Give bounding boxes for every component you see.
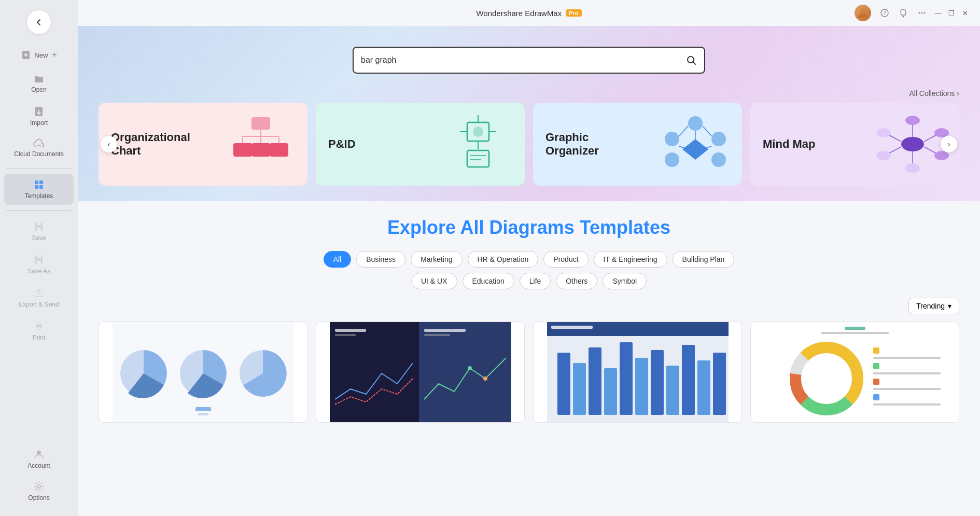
template-thumb-line-graph[interactable] <box>316 322 525 423</box>
filter-ui-ux[interactable]: UI & UX <box>411 273 457 289</box>
sidebar-item-print[interactable]: Print <box>4 315 74 346</box>
svg-rect-7 <box>37 222 41 225</box>
svg-rect-72 <box>335 329 366 332</box>
close-button[interactable]: ✕ <box>960 8 970 18</box>
svg-rect-75 <box>424 334 450 336</box>
carousel-next-button[interactable]: › <box>941 136 957 152</box>
trending-label: Trending <box>916 302 945 310</box>
filter-building-plan[interactable]: Building Plan <box>673 251 735 268</box>
svg-rect-14 <box>37 327 41 330</box>
pid-title: P&ID <box>328 137 356 151</box>
trending-dropdown[interactable]: Trending ▾ <box>908 298 959 314</box>
svg-rect-100 <box>873 372 941 374</box>
svg-rect-97 <box>873 347 879 354</box>
filter-it-engineering[interactable]: IT & Engineering <box>594 251 667 268</box>
filter-business[interactable]: Business <box>356 251 405 268</box>
sidebar-item-cloud[interactable]: Cloud Documents <box>4 134 74 163</box>
svg-rect-69 <box>198 413 208 415</box>
svg-rect-102 <box>873 388 941 390</box>
svg-rect-91 <box>845 327 865 330</box>
template-card-graphic-organizer[interactable]: Graphic Organizer <box>533 103 742 186</box>
template-thumb-column-graph[interactable] <box>533 322 742 423</box>
sidebar-item-export[interactable]: Export & Send <box>4 282 74 313</box>
sidebar-options-label: Options <box>28 494 49 501</box>
svg-rect-104 <box>873 403 941 406</box>
sidebar-item-open[interactable]: Open <box>4 67 74 99</box>
user-avatar[interactable] <box>855 5 871 21</box>
svg-point-42 <box>688 116 703 131</box>
trending-arrow-icon: ▾ <box>948 302 951 310</box>
topbar-icon-3[interactable] <box>915 6 929 20</box>
app-title: Wondershare EdrawMax <box>476 9 562 18</box>
maximize-button[interactable]: ❐ <box>947 8 956 18</box>
svg-rect-84 <box>620 342 633 415</box>
topbar-actions: ? — ❐ ✕ <box>855 0 970 26</box>
svg-rect-3 <box>39 180 43 184</box>
filter-others[interactable]: Others <box>556 273 597 289</box>
graphic-organizer-title: Graphic Organizer <box>545 131 618 158</box>
svg-point-46 <box>665 152 679 167</box>
minimize-button[interactable]: — <box>933 8 943 18</box>
svg-point-21 <box>919 12 920 14</box>
filter-symbol[interactable]: Symbol <box>603 273 647 289</box>
sidebar-item-save[interactable]: Save <box>4 216 74 247</box>
search-bar <box>353 47 705 74</box>
template-card-org-chart[interactable]: Organizational Chart <box>99 103 307 186</box>
svg-line-48 <box>703 126 711 136</box>
svg-rect-40 <box>467 150 489 167</box>
svg-rect-81 <box>573 363 586 415</box>
template-card-mind-map[interactable]: Mind Map <box>750 103 959 186</box>
template-cards-row: Organizational Chart <box>99 103 959 186</box>
svg-text:?: ? <box>883 10 886 16</box>
mind-map-title: Mind Map <box>763 137 815 151</box>
svg-rect-103 <box>873 394 879 400</box>
svg-rect-90 <box>713 353 726 415</box>
svg-rect-31 <box>233 143 252 157</box>
template-thumb-doughnut-chart[interactable] <box>750 322 959 423</box>
search-input[interactable] <box>361 55 675 65</box>
svg-marker-41 <box>682 139 708 160</box>
svg-point-76 <box>468 366 472 370</box>
filter-all[interactable]: All <box>324 251 352 268</box>
sidebar-item-templates[interactable]: Templates <box>4 174 74 205</box>
svg-rect-4 <box>35 185 38 189</box>
filter-marketing[interactable]: Marketing <box>411 251 462 268</box>
svg-rect-74 <box>424 329 466 332</box>
filter-row-1: All Business Marketing HR & Operation Pr… <box>99 251 959 268</box>
svg-rect-11 <box>37 261 41 264</box>
carousel-prev-button[interactable]: ‹ <box>101 136 117 152</box>
all-collections-link[interactable]: All Collections › <box>909 89 959 97</box>
svg-rect-33 <box>270 143 288 157</box>
back-button[interactable] <box>27 10 51 34</box>
sort-row: Trending ▾ <box>99 298 959 314</box>
template-card-pid[interactable]: P&ID <box>316 103 525 186</box>
svg-rect-92 <box>821 332 889 334</box>
filter-life[interactable]: Life <box>520 273 551 289</box>
hero-section: All Collections › ‹ Organizational Chart <box>78 26 980 201</box>
search-button[interactable] <box>685 54 697 66</box>
svg-rect-83 <box>604 368 617 415</box>
svg-point-17 <box>860 9 865 14</box>
topbar-icon-1[interactable]: ? <box>877 6 892 20</box>
sidebar-open-label: Open <box>31 86 46 93</box>
svg-rect-32 <box>251 143 270 157</box>
sidebar-cloud-label: Cloud Documents <box>14 150 63 158</box>
svg-rect-10 <box>37 256 41 258</box>
filter-hr-operation[interactable]: HR & Operation <box>468 251 539 268</box>
sidebar-item-options[interactable]: Options <box>4 476 74 507</box>
filter-product[interactable]: Product <box>543 251 588 268</box>
svg-rect-5 <box>39 185 43 189</box>
sidebar-item-account[interactable]: Account <box>4 443 74 475</box>
sidebar-item-saveas[interactable]: Save As <box>4 249 74 280</box>
svg-point-56 <box>934 151 949 160</box>
sidebar-divider-2 <box>6 210 72 211</box>
sidebar-print-label: Print <box>33 334 46 341</box>
sidebar-item-import[interactable]: Import <box>4 101 74 132</box>
svg-rect-68 <box>195 407 211 411</box>
filter-education[interactable]: Education <box>463 273 514 289</box>
svg-rect-86 <box>651 350 664 415</box>
template-thumb-pie-charts[interactable] <box>99 322 307 423</box>
svg-rect-71 <box>419 322 511 423</box>
sidebar-item-new[interactable]: New + <box>4 45 74 65</box>
topbar-icon-2[interactable] <box>896 6 911 20</box>
